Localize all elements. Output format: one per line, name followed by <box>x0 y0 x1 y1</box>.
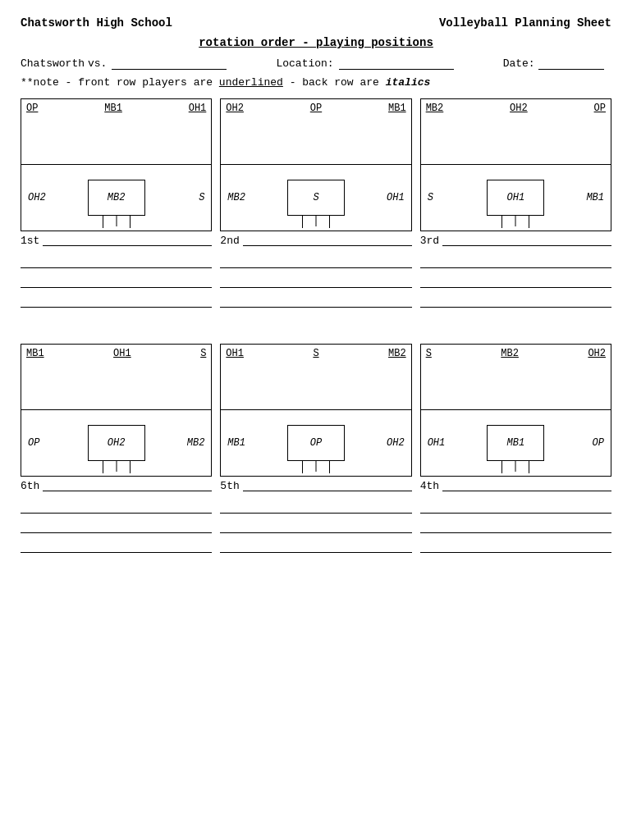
notes-2nd <box>220 252 411 311</box>
court-bottom-1st: OH2MB2S <box>21 165 211 231</box>
note-line-2-3rd <box>420 291 611 308</box>
note-line-1-1st <box>21 272 212 288</box>
rotation-line-5th <box>243 482 412 491</box>
rotation-block-2nd: OH2OPMB1MB2SOH12nd <box>220 98 411 311</box>
rotation-line-2nd <box>243 236 412 246</box>
court-2nd: OH2OPMB1MB2SOH1 <box>220 98 411 231</box>
setter-label-2nd: S <box>313 192 318 203</box>
top-position-2-1st: OH1 <box>189 103 207 114</box>
bottom-right-6th: MB2 <box>146 437 205 449</box>
top-position-1-2nd: OP <box>310 103 322 114</box>
rotation-label-row-6th: 6th <box>21 480 212 492</box>
setter-label-4th: MB1 <box>507 437 525 449</box>
setter-box-6th: OH2 <box>88 425 145 461</box>
setter-box-wrapper-2nd: S <box>286 180 346 216</box>
note-line-2-6th <box>21 536 212 553</box>
court-bottom-6th: OPOH2MB2 <box>21 410 211 476</box>
page-title-row: rotation order - playing positions <box>21 36 611 49</box>
school-name: Chatsworth High School <box>21 16 172 30</box>
court-4th: SMB2OH2OH1MB1OP <box>420 344 611 477</box>
team-label: Chatsworth <box>21 57 85 70</box>
top-position-1-4th: MB2 <box>501 348 519 359</box>
rotation-line-1st <box>43 236 212 246</box>
top-position-0-4th: S <box>426 348 432 359</box>
rotation-label-row-1st: 1st <box>21 235 212 247</box>
note-line-1-4th <box>420 517 611 533</box>
rotations-grid-top: OPMB1OH1OH2MB2S1stOH2OPMB1MB2SOH12ndMB2O… <box>21 98 611 311</box>
rotation-num-2nd: 2nd <box>220 235 239 247</box>
setter-box-wrapper-6th: OH2 <box>87 425 146 461</box>
rotation-label-row-5th: 5th <box>220 480 411 492</box>
court-top-6th: MB1OH1S <box>21 345 211 410</box>
notes-3rd <box>420 252 611 311</box>
note-line-1-2nd <box>220 272 411 288</box>
court-1st: OPMB1OH1OH2MB2S <box>21 98 212 231</box>
rotation-block-1st: OPMB1OH1OH2MB2S1st <box>21 98 212 311</box>
bottom-right-4th: OP <box>545 437 604 449</box>
setter-label-5th: OP <box>310 437 322 449</box>
note-line-2-2nd <box>220 291 411 308</box>
bottom-left-2nd: MB2 <box>227 192 286 203</box>
rotation-num-5th: 5th <box>220 480 239 492</box>
note-line-1-6th <box>21 517 212 533</box>
top-position-1-3rd: OH2 <box>510 103 528 114</box>
top-position-1-6th: OH1 <box>113 348 131 359</box>
top-position-2-5th: MB2 <box>388 348 406 359</box>
note-line-0-4th <box>420 497 611 514</box>
location-label: Location: <box>276 57 333 70</box>
rotation-block-6th: MB1OH1SOPOH2MB26th <box>21 344 212 556</box>
court-bottom-3rd: SOH1MB1 <box>421 165 611 231</box>
top-position-0-3rd: MB2 <box>426 103 444 114</box>
notes-4th <box>420 497 611 556</box>
setter-label-3rd: OH1 <box>507 192 525 203</box>
top-position-0-5th: OH1 <box>226 348 244 359</box>
court-5th: OH1SMB2MB1OPOH2 <box>220 344 411 477</box>
court-top-1st: OPMB1OH1 <box>21 99 211 165</box>
rotation-num-6th: 6th <box>21 480 39 492</box>
top-position-0-2nd: OH2 <box>226 103 244 114</box>
note-line-2-1st <box>21 291 212 308</box>
court-6th: MB1OH1SOPOH2MB2 <box>21 344 212 477</box>
bottom-left-4th: OH1 <box>428 437 487 449</box>
rotation-label-row-2nd: 2nd <box>220 235 411 247</box>
team-line <box>112 58 227 70</box>
setter-box-3rd: OH1 <box>487 180 544 216</box>
note-line-0-5th <box>220 497 411 514</box>
date-label: Date: <box>503 57 535 70</box>
notes-5th <box>220 497 411 556</box>
setter-box-5th: OP <box>287 425 345 461</box>
court-top-5th: OH1SMB2 <box>221 345 410 410</box>
court-top-4th: SMB2OH2 <box>421 345 611 410</box>
setter-box-2nd: S <box>287 180 345 216</box>
date-line <box>538 58 604 70</box>
rotation-label-row-4th: 4th <box>420 480 611 492</box>
rotation-label-row-3rd: 3rd <box>420 235 611 247</box>
bottom-right-5th: OH2 <box>346 437 405 449</box>
setter-label-1st: MB2 <box>108 192 126 203</box>
top-position-1-1st: MB1 <box>104 103 122 114</box>
bottom-right-3rd: MB1 <box>545 192 604 203</box>
notes-1st <box>21 252 212 311</box>
bottom-right-2nd: OH1 <box>346 192 405 203</box>
rotation-block-4th: SMB2OH2OH1MB1OP4th <box>420 344 611 556</box>
court-top-3rd: MB2OH2OP <box>421 99 611 165</box>
note-underlined: underlined <box>219 76 283 89</box>
bottom-left-5th: MB1 <box>227 437 286 449</box>
setter-box-wrapper-3rd: OH1 <box>486 180 545 216</box>
top-position-0-6th: MB1 <box>26 348 44 359</box>
court-bottom-4th: OH1MB1OP <box>421 410 611 476</box>
court-3rd: MB2OH2OPSOH1MB1 <box>420 98 611 231</box>
top-position-2-4th: OH2 <box>588 348 606 359</box>
bottom-left-1st: OH2 <box>28 192 87 203</box>
note-line-0-6th <box>21 497 212 514</box>
setter-box-wrapper-5th: OP <box>286 425 346 461</box>
setter-box-wrapper-4th: MB1 <box>486 425 545 461</box>
sheet-title: Volleyball Planning Sheet <box>439 16 611 30</box>
court-top-2nd: OH2OPMB1 <box>221 99 410 165</box>
bottom-right-1st: S <box>146 192 205 203</box>
page-title: rotation order - playing positions <box>199 36 433 49</box>
notes-6th <box>21 497 212 556</box>
rotation-line-6th <box>43 482 212 491</box>
header: Chatsworth High School Volleyball Planni… <box>21 16 611 30</box>
note-line-1-5th <box>220 517 411 533</box>
